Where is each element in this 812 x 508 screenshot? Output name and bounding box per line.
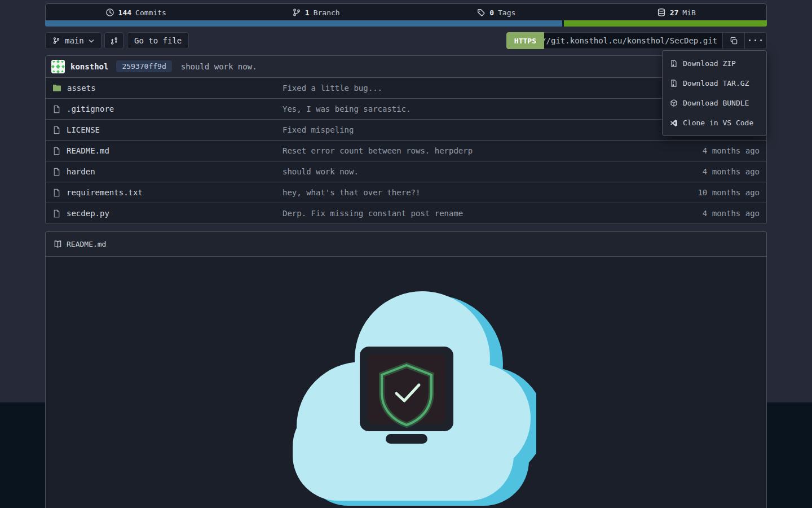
copy-icon	[730, 37, 738, 45]
menu-item-label: Download ZIP	[683, 59, 736, 68]
latest-commit-row: konsthol 259370ff9d should work now.	[46, 56, 766, 77]
stat-tags[interactable]: 0 Tags	[406, 4, 586, 21]
readme-panel: README.md	[45, 231, 767, 508]
menu-item-label: Clone in VS Code	[683, 119, 753, 127]
file-age: 4 months ago	[630, 146, 766, 155]
repo-stats-bar: 144 Commits 1 Branch 0 Tags 27 MiB	[45, 3, 767, 21]
more-options-button[interactable]: ···	[745, 32, 767, 49]
branch-count: 1	[305, 8, 310, 17]
commits-count: 144	[118, 8, 131, 17]
menu-item-label: Download BUNDLE	[683, 99, 749, 107]
file-name[interactable]: .gitignore	[67, 104, 114, 113]
size-count: 27	[670, 8, 679, 17]
https-label: HTTPS	[514, 37, 536, 45]
ellipsis-icon: ···	[747, 36, 764, 46]
file-icon	[52, 209, 61, 218]
branch-selector[interactable]: main	[45, 32, 102, 49]
clone-url-value: https://git.konsthol.eu/konsthol/SecDep.…	[544, 36, 717, 45]
file-name[interactable]: README.md	[67, 146, 109, 155]
language-bar[interactable]	[45, 20, 767, 27]
menu-item-label: Download TAR.GZ	[683, 79, 749, 87]
file-table: konsthol 259370ff9d should work now. ass…	[45, 55, 767, 224]
commit-hash-badge[interactable]: 259370ff9d	[116, 60, 171, 72]
table-row: README.md Reset error count between rows…	[46, 140, 766, 161]
menu-item-download-targz[interactable]: Download TAR.GZ	[663, 73, 766, 93]
file-icon	[52, 105, 61, 113]
vscode-icon	[670, 119, 678, 127]
table-row: assets Fixed a little bug...	[46, 77, 766, 98]
book-icon	[54, 240, 62, 248]
tags-label: Tags	[498, 8, 515, 17]
clock-icon	[105, 8, 114, 17]
commit-message[interactable]: should work now.	[181, 62, 257, 71]
file-age: 10 months ago	[630, 188, 766, 197]
table-row: requirements.txt hey, what's that over t…	[46, 182, 766, 203]
go-to-file-button[interactable]: Go to file	[127, 32, 189, 49]
cloud-logo-image	[277, 283, 536, 508]
language-segment-2[interactable]	[564, 20, 767, 27]
table-row: LICENSE Fixed mispeling	[46, 119, 766, 140]
commit-author[interactable]: konsthol	[70, 62, 108, 71]
menu-item-clone-vscode[interactable]: Clone in VS Code	[663, 113, 766, 133]
file-icon	[52, 189, 61, 197]
branch-icon	[52, 37, 60, 45]
stat-size: 27 MiB	[586, 4, 767, 21]
file-commit-message[interactable]: Yes, I was being sarcastic.	[283, 104, 630, 113]
branch-icon	[292, 8, 301, 17]
repo-page: 144 Commits 1 Branch 0 Tags 27 MiB main	[0, 0, 812, 508]
file-name[interactable]: assets	[67, 84, 96, 93]
file-commit-message[interactable]: Fixed a little bug...	[283, 84, 630, 93]
table-row: .gitignore Yes, I was being sarcastic.	[46, 98, 766, 119]
avatar[interactable]	[51, 60, 65, 73]
https-protocol-button[interactable]: HTTPS	[506, 32, 544, 49]
tag-icon	[476, 8, 486, 17]
file-icon	[52, 168, 61, 176]
clone-url-input[interactable]: https://git.konsthol.eu/konsthol/SecDep.…	[544, 32, 723, 49]
file-commit-message[interactable]: should work now.	[283, 167, 630, 176]
stat-branches[interactable]: 1 Branch	[226, 4, 407, 21]
chevron-down-icon	[89, 39, 94, 43]
menu-item-download-bundle[interactable]: Download BUNDLE	[663, 93, 766, 113]
menu-item-download-zip[interactable]: Download ZIP	[663, 54, 766, 73]
language-segment-1[interactable]	[45, 20, 562, 27]
zip-file-icon	[670, 79, 678, 87]
file-name[interactable]: LICENSE	[67, 125, 100, 134]
stat-commits[interactable]: 144 Commits	[46, 4, 226, 21]
clone-panel: HTTPS https://git.konsthol.eu/konsthol/S…	[506, 32, 767, 49]
project-logo: SECDEP	[277, 283, 536, 508]
file-commit-message[interactable]: Reset error count between rows. herpderp	[283, 146, 630, 155]
file-commit-message[interactable]: hey, what's that over there?!	[283, 188, 630, 197]
table-row: secdep.py Derp. Fix missing constant pos…	[46, 203, 766, 224]
folder-icon	[52, 84, 61, 93]
file-commit-message[interactable]: Derp. Fix missing constant post rename	[283, 209, 630, 218]
package-icon	[670, 99, 678, 107]
branch-label: Branch	[314, 8, 340, 17]
file-icon	[52, 147, 61, 155]
commits-label: Commits	[135, 8, 166, 17]
file-name[interactable]: secdep.py	[67, 209, 109, 218]
file-name[interactable]: harden	[67, 167, 95, 176]
table-row: harden should work now. 4 months ago	[46, 161, 766, 182]
file-commit-message[interactable]: Fixed mispeling	[283, 125, 630, 134]
go-to-file-label: Go to file	[134, 36, 182, 45]
readme-header[interactable]: README.md	[46, 232, 766, 257]
file-icon	[52, 126, 61, 134]
readme-title: README.md	[67, 240, 106, 248]
file-name[interactable]: requirements.txt	[67, 188, 143, 197]
tags-count: 0	[489, 8, 494, 17]
zip-file-icon	[670, 59, 678, 68]
file-age: 4 months ago	[630, 167, 766, 176]
database-icon	[657, 8, 666, 17]
git-compare-icon	[110, 37, 118, 45]
repo-toolbar: main Go to file HTTPS https://git.konsth…	[45, 32, 767, 50]
download-menu: Download ZIP Download TAR.GZ Download BU…	[662, 50, 767, 136]
copy-url-button[interactable]	[723, 32, 745, 49]
size-label: MiB	[682, 8, 695, 17]
branch-name: main	[65, 36, 84, 45]
compare-button[interactable]	[104, 32, 123, 49]
file-age: 4 months ago	[630, 209, 766, 218]
